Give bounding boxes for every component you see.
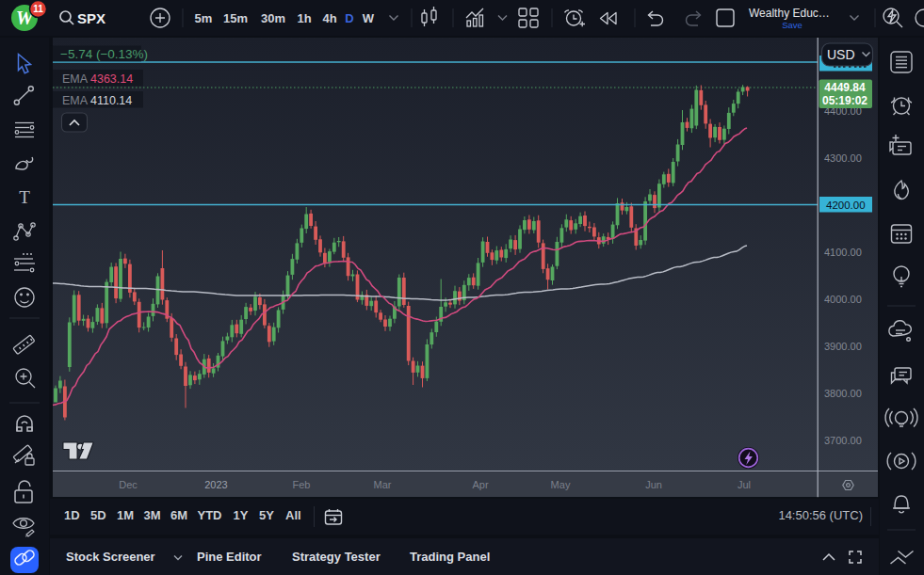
svg-text:3800.00: 3800.00 <box>824 388 862 399</box>
svg-text:4h: 4h <box>322 11 336 25</box>
svg-text:Dec: Dec <box>119 479 138 490</box>
svg-text:SPX: SPX <box>77 10 105 26</box>
svg-text:Wealthy Educ…: Wealthy Educ… <box>749 7 830 20</box>
svg-text:Apr: Apr <box>472 479 488 490</box>
svg-text:11: 11 <box>33 4 43 14</box>
svg-text:1h: 1h <box>297 11 311 25</box>
svg-text:4200.00: 4200.00 <box>826 200 866 211</box>
svg-text:Feb: Feb <box>293 479 311 490</box>
svg-text:T: T <box>19 187 30 207</box>
svg-text:Save: Save <box>782 20 802 30</box>
svg-text:05:19:02: 05:19:02 <box>822 94 867 107</box>
svg-text:3700.00: 3700.00 <box>824 435 862 446</box>
svg-text:EMA: EMA <box>62 94 89 107</box>
svg-text:Jul: Jul <box>738 479 751 490</box>
svg-text:3900.00: 3900.00 <box>824 341 862 352</box>
svg-text:EMA: EMA <box>62 72 89 86</box>
svg-text:Mar: Mar <box>374 479 392 490</box>
svg-text:4110.14: 4110.14 <box>90 94 132 107</box>
svg-text:30m: 30m <box>261 11 285 25</box>
svg-text:USD: USD <box>827 47 855 62</box>
svg-text:W: W <box>363 11 375 25</box>
svg-text:15m: 15m <box>223 11 248 25</box>
svg-text:4000.00: 4000.00 <box>824 294 862 305</box>
svg-text:−5.74 (−0.13%): −5.74 (−0.13%) <box>60 47 148 61</box>
svg-text:4100.00: 4100.00 <box>824 247 862 258</box>
svg-text:2023: 2023 <box>204 479 227 490</box>
svg-text:4300.00: 4300.00 <box>824 152 862 164</box>
svg-text:4363.14: 4363.14 <box>90 72 133 86</box>
svg-text:May: May <box>551 479 571 490</box>
svg-text:4449.84: 4449.84 <box>824 81 866 94</box>
svg-text:5m: 5m <box>195 11 213 25</box>
svg-text:Jun: Jun <box>645 479 662 490</box>
svg-text:D: D <box>345 11 353 25</box>
